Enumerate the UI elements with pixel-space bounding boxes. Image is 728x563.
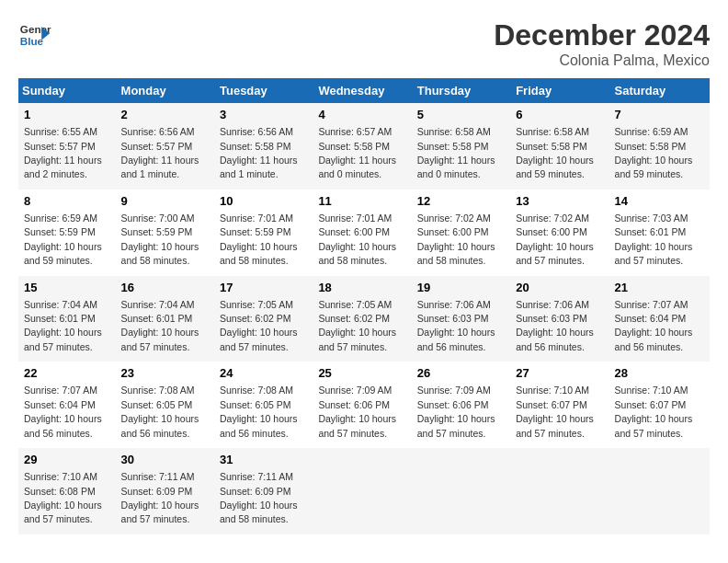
day-info: Sunrise: 7:10 AM Sunset: 6:07 PM Dayligh… (516, 385, 594, 438)
day-cell: 30Sunrise: 7:11 AM Sunset: 6:09 PM Dayli… (118, 448, 216, 534)
day-info: Sunrise: 7:04 AM Sunset: 6:01 PM Dayligh… (24, 299, 102, 352)
day-cell: 29Sunrise: 7:10 AM Sunset: 6:08 PM Dayli… (18, 448, 118, 534)
main-title: December 2024 (494, 18, 710, 52)
column-header-saturday: Saturday (611, 78, 710, 103)
week-row-5: 29Sunrise: 7:10 AM Sunset: 6:08 PM Dayli… (18, 448, 710, 534)
day-number: 20 (516, 280, 607, 296)
day-info: Sunrise: 7:11 AM Sunset: 6:09 PM Dayligh… (220, 471, 298, 524)
day-info: Sunrise: 7:11 AM Sunset: 6:09 PM Dayligh… (121, 471, 199, 524)
day-cell: 17Sunrise: 7:05 AM Sunset: 6:02 PM Dayli… (216, 276, 314, 362)
day-number: 15 (24, 280, 114, 296)
day-number: 8 (24, 193, 114, 210)
day-number: 29 (24, 452, 114, 468)
day-info: Sunrise: 7:01 AM Sunset: 6:00 PM Dayligh… (318, 213, 396, 266)
day-cell: 28Sunrise: 7:10 AM Sunset: 6:07 PM Dayli… (611, 362, 710, 448)
day-info: Sunrise: 6:55 AM Sunset: 5:57 PM Dayligh… (24, 126, 102, 179)
day-info: Sunrise: 7:07 AM Sunset: 6:04 PM Dayligh… (615, 299, 693, 352)
day-info: Sunrise: 6:58 AM Sunset: 5:58 PM Dayligh… (516, 126, 594, 179)
day-info: Sunrise: 7:02 AM Sunset: 6:00 PM Dayligh… (417, 213, 495, 266)
day-number: 17 (220, 280, 311, 296)
day-cell: 13Sunrise: 7:02 AM Sunset: 6:00 PM Dayli… (512, 190, 610, 276)
day-cell: 4Sunrise: 6:57 AM Sunset: 5:58 PM Daylig… (314, 103, 413, 190)
day-info: Sunrise: 7:07 AM Sunset: 6:04 PM Dayligh… (24, 385, 102, 438)
day-cell: 24Sunrise: 7:08 AM Sunset: 6:05 PM Dayli… (216, 362, 314, 448)
day-number: 31 (220, 452, 311, 468)
day-info: Sunrise: 7:01 AM Sunset: 5:59 PM Dayligh… (220, 213, 298, 266)
day-cell: 11Sunrise: 7:01 AM Sunset: 6:00 PM Dayli… (314, 190, 413, 276)
week-row-4: 22Sunrise: 7:07 AM Sunset: 6:04 PM Dayli… (18, 362, 710, 448)
day-number: 7 (615, 107, 706, 123)
day-cell: 8Sunrise: 6:59 AM Sunset: 5:59 PM Daylig… (18, 190, 118, 276)
day-info: Sunrise: 7:06 AM Sunset: 6:03 PM Dayligh… (516, 299, 594, 352)
day-cell: 10Sunrise: 7:01 AM Sunset: 5:59 PM Dayli… (216, 190, 314, 276)
day-info: Sunrise: 7:09 AM Sunset: 6:06 PM Dayligh… (318, 385, 396, 438)
day-number: 11 (318, 193, 409, 210)
day-number: 12 (417, 193, 508, 210)
day-cell: 1Sunrise: 6:55 AM Sunset: 5:57 PM Daylig… (18, 103, 118, 190)
day-info: Sunrise: 7:10 AM Sunset: 6:08 PM Dayligh… (24, 471, 102, 524)
day-cell: 15Sunrise: 7:04 AM Sunset: 6:01 PM Dayli… (18, 276, 118, 362)
day-info: Sunrise: 6:58 AM Sunset: 5:58 PM Dayligh… (417, 126, 495, 179)
day-cell: 19Sunrise: 7:06 AM Sunset: 6:03 PM Dayli… (414, 276, 512, 362)
day-number: 23 (121, 365, 212, 382)
logo: General Blue (18, 18, 51, 52)
day-info: Sunrise: 7:02 AM Sunset: 6:00 PM Dayligh… (516, 213, 594, 266)
column-header-thursday: Thursday (414, 78, 512, 103)
day-cell: 14Sunrise: 7:03 AM Sunset: 6:01 PM Dayli… (611, 190, 710, 276)
day-cell: 2Sunrise: 6:56 AM Sunset: 5:57 PM Daylig… (118, 103, 216, 190)
day-cell: 7Sunrise: 6:59 AM Sunset: 5:58 PM Daylig… (611, 103, 710, 190)
day-info: Sunrise: 7:05 AM Sunset: 6:02 PM Dayligh… (318, 299, 396, 352)
day-info: Sunrise: 7:05 AM Sunset: 6:02 PM Dayligh… (220, 299, 298, 352)
day-cell: 18Sunrise: 7:05 AM Sunset: 6:02 PM Dayli… (314, 276, 413, 362)
day-cell: 26Sunrise: 7:09 AM Sunset: 6:06 PM Dayli… (414, 362, 512, 448)
day-cell: 27Sunrise: 7:10 AM Sunset: 6:07 PM Dayli… (512, 362, 610, 448)
column-header-tuesday: Tuesday (216, 78, 314, 103)
day-number: 9 (121, 193, 212, 210)
day-number: 24 (220, 365, 311, 382)
week-row-3: 15Sunrise: 7:04 AM Sunset: 6:01 PM Dayli… (18, 276, 710, 362)
day-cell (611, 448, 710, 534)
day-cell: 31Sunrise: 7:11 AM Sunset: 6:09 PM Dayli… (216, 448, 314, 534)
svg-text:Blue: Blue (20, 35, 44, 47)
day-number: 10 (220, 193, 311, 210)
day-number: 5 (417, 107, 508, 123)
logo-icon: General Blue (18, 18, 51, 52)
day-number: 4 (318, 107, 409, 123)
day-cell (512, 448, 610, 534)
day-info: Sunrise: 7:09 AM Sunset: 6:06 PM Dayligh… (417, 385, 495, 438)
day-info: Sunrise: 7:08 AM Sunset: 6:05 PM Dayligh… (121, 385, 199, 438)
column-header-wednesday: Wednesday (314, 78, 413, 103)
day-info: Sunrise: 7:06 AM Sunset: 6:03 PM Dayligh… (417, 299, 495, 352)
day-cell (314, 448, 413, 534)
day-cell: 5Sunrise: 6:58 AM Sunset: 5:58 PM Daylig… (414, 103, 512, 190)
day-number: 19 (417, 280, 508, 296)
day-cell: 6Sunrise: 6:58 AM Sunset: 5:58 PM Daylig… (512, 103, 610, 190)
day-number: 26 (417, 365, 508, 382)
week-row-1: 1Sunrise: 6:55 AM Sunset: 5:57 PM Daylig… (18, 103, 710, 190)
column-header-sunday: Sunday (18, 78, 118, 103)
day-number: 14 (615, 193, 706, 210)
day-number: 1 (24, 107, 114, 123)
page-header: General Blue December 2024 Colonia Palma… (18, 18, 710, 69)
day-number: 13 (516, 193, 607, 210)
day-cell: 22Sunrise: 7:07 AM Sunset: 6:04 PM Dayli… (18, 362, 118, 448)
day-number: 30 (121, 452, 212, 468)
day-info: Sunrise: 6:59 AM Sunset: 5:58 PM Dayligh… (615, 126, 693, 179)
day-info: Sunrise: 7:00 AM Sunset: 5:59 PM Dayligh… (121, 213, 199, 266)
column-header-monday: Monday (118, 78, 216, 103)
calendar-table: SundayMondayTuesdayWednesdayThursdayFrid… (18, 78, 710, 534)
day-number: 2 (121, 107, 212, 123)
day-number: 22 (24, 365, 114, 382)
day-info: Sunrise: 7:04 AM Sunset: 6:01 PM Dayligh… (121, 299, 199, 352)
day-cell: 23Sunrise: 7:08 AM Sunset: 6:05 PM Dayli… (118, 362, 216, 448)
week-row-2: 8Sunrise: 6:59 AM Sunset: 5:59 PM Daylig… (18, 190, 710, 276)
day-number: 16 (121, 280, 212, 296)
day-cell: 9Sunrise: 7:00 AM Sunset: 5:59 PM Daylig… (118, 190, 216, 276)
day-number: 28 (615, 365, 706, 382)
day-cell: 3Sunrise: 6:56 AM Sunset: 5:58 PM Daylig… (216, 103, 314, 190)
day-number: 6 (516, 107, 607, 123)
day-number: 3 (220, 107, 311, 123)
subtitle: Colonia Palma, Mexico (494, 52, 710, 69)
day-cell (414, 448, 512, 534)
day-info: Sunrise: 7:10 AM Sunset: 6:07 PM Dayligh… (615, 385, 693, 438)
